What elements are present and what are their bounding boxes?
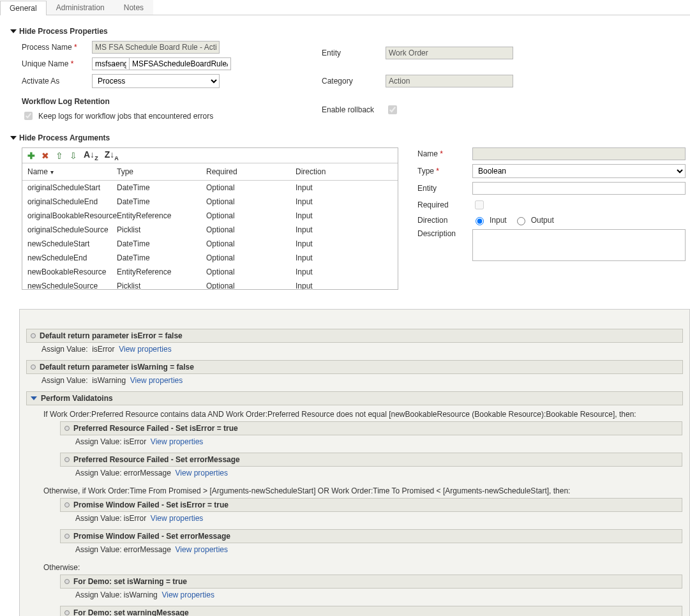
- wf-log-header: Workflow Log Retention: [22, 97, 220, 106]
- activate-as-label: Activate As: [22, 77, 92, 86]
- arg-direction-label: Direction: [417, 216, 472, 225]
- view-properties-link[interactable]: View properties: [151, 514, 204, 523]
- chevron-down-icon: [31, 396, 37, 400]
- table-row[interactable]: originalScheduleSourcePicklistOptionalIn…: [22, 223, 398, 237]
- category-label: Category: [322, 77, 386, 86]
- arg-type-label: Type: [417, 167, 472, 176]
- cell-required: Optional: [206, 211, 296, 220]
- category-input[interactable]: [386, 75, 513, 87]
- table-row[interactable]: newScheduleStartDateTimeOptionalInput: [22, 237, 398, 251]
- delete-icon[interactable]: ✖: [41, 151, 49, 160]
- col-name[interactable]: Name▾: [27, 167, 117, 176]
- col-direction[interactable]: Direction: [296, 167, 393, 176]
- keep-logs-label: Keep logs for workflow jobs that encount…: [38, 112, 213, 121]
- step-header[interactable]: Preferred Resource Failed - Set errorMes…: [60, 453, 682, 467]
- col-type[interactable]: Type: [117, 167, 206, 176]
- section-title: Hide Process Arguments: [19, 133, 110, 142]
- tab-bar: General Administration Notes: [0, 0, 690, 15]
- direction-input-radio[interactable]: [476, 217, 484, 225]
- arg-required-label: Required: [417, 200, 472, 209]
- step-header[interactable]: Default return parameter isError = false: [26, 329, 683, 343]
- table-row[interactable]: newBookableResourceEntityReferenceOption…: [22, 265, 398, 279]
- table-row[interactable]: originalBookableResourceEntityReferenceO…: [22, 209, 398, 223]
- props-right-col: Entity Category Enable rollback: [322, 41, 513, 122]
- move-up-icon[interactable]: ⇧: [56, 151, 63, 160]
- sort-desc-icon[interactable]: Z↓A: [105, 150, 119, 162]
- cell-name: newScheduleEnd: [27, 253, 117, 262]
- tab-notes[interactable]: Notes: [114, 0, 153, 15]
- tab-general[interactable]: General: [0, 1, 47, 15]
- unique-name-prefix-input[interactable]: [92, 57, 129, 70]
- sort-asc-icon[interactable]: A↓Z: [84, 150, 98, 162]
- cell-direction: Input: [296, 282, 393, 289]
- direction-output-label: Output: [531, 216, 554, 225]
- arg-type-select[interactable]: Boolean: [472, 164, 686, 178]
- table-row[interactable]: newScheduleEndDateTimeOptionalInput: [22, 251, 398, 265]
- arguments-toolbar: ✚ ✖ ⇧ ⇩ A↓Z Z↓A: [22, 148, 398, 163]
- arguments-table: ✚ ✖ ⇧ ⇩ A↓Z Z↓A Name▾ Type Required Dire…: [22, 147, 398, 290]
- tab-administration[interactable]: Administration: [47, 0, 114, 15]
- bullet-icon: [31, 333, 36, 338]
- direction-output-radio[interactable]: [517, 217, 525, 225]
- cell-direction: Input: [296, 253, 393, 262]
- step-header[interactable]: Promise Window Failed - Set isError = tr…: [60, 498, 682, 512]
- toggle-process-properties[interactable]: Hide Process Properties: [11, 27, 690, 36]
- step-title: For Demo: set isWarning = true: [73, 577, 187, 586]
- rollback-checkbox[interactable]: [388, 105, 397, 114]
- step-detail: Assign Value: isError View properties: [26, 343, 683, 359]
- elseif-condition: Otherwise, if Work Order:Time From Promi…: [43, 484, 682, 498]
- toggle-process-arguments[interactable]: Hide Process Arguments: [11, 133, 690, 142]
- argument-detail-form: Name Type Boolean Entity Required Direct…: [417, 147, 686, 261]
- cell-name: originalScheduleEnd: [27, 197, 117, 206]
- view-properties-link[interactable]: View properties: [151, 437, 204, 446]
- arg-name-input[interactable]: [472, 147, 686, 160]
- table-row[interactable]: originalScheduleEndDateTimeOptionalInput: [22, 195, 398, 209]
- view-properties-link[interactable]: View properties: [176, 545, 229, 554]
- chevron-down-icon: [10, 29, 17, 33]
- rollback-label: Enable rollback: [322, 105, 386, 114]
- process-properties-form: Process Name Unique Name Activate As Pro…: [22, 41, 690, 122]
- view-properties-link[interactable]: View properties: [130, 376, 183, 385]
- step-header[interactable]: For Demo: set warningMessage: [60, 606, 682, 616]
- step-header[interactable]: Default return parameter isWarning = fal…: [26, 360, 683, 374]
- step-detail: Assign Value: isError View properties: [60, 435, 682, 451]
- move-down-icon[interactable]: ⇩: [70, 151, 77, 160]
- bullet-icon: [64, 457, 70, 462]
- step-header[interactable]: Perform Validatoins: [26, 391, 683, 405]
- cell-direction: Input: [296, 183, 393, 192]
- step-title: Promise Window Failed - Set isError = tr…: [73, 500, 229, 509]
- col-required[interactable]: Required: [206, 167, 296, 176]
- cell-name: newScheduleSource: [27, 282, 117, 289]
- arguments-body[interactable]: originalScheduleStartDateTimeOptionalInp…: [22, 181, 398, 289]
- view-properties-link[interactable]: View properties: [176, 469, 229, 477]
- add-icon[interactable]: ✚: [27, 151, 35, 160]
- arg-required-checkbox[interactable]: [475, 200, 484, 209]
- step-header[interactable]: For Demo: set isWarning = true: [60, 575, 682, 589]
- cell-type: EntityReference: [117, 267, 206, 276]
- cell-direction: Input: [296, 211, 393, 220]
- step-title: Perform Validatoins: [41, 394, 113, 403]
- arg-description-input[interactable]: [472, 229, 686, 261]
- unique-name-input[interactable]: [129, 57, 231, 70]
- arguments-area: ✚ ✖ ⇧ ⇩ A↓Z Z↓A Name▾ Type Required Dire…: [22, 147, 690, 290]
- activate-as-select[interactable]: Process: [92, 74, 220, 88]
- cell-required: Optional: [206, 282, 296, 289]
- bullet-icon: [64, 579, 70, 584]
- if-condition: If Work Order:Preferred Resource contain…: [43, 407, 682, 421]
- entity-input[interactable]: [386, 47, 513, 59]
- bullet-icon: [31, 364, 36, 370]
- step-header[interactable]: Promise Window Failed - Set errorMessage: [60, 529, 682, 543]
- table-row[interactable]: originalScheduleStartDateTimeOptionalInp…: [22, 181, 398, 195]
- view-properties-link[interactable]: View properties: [161, 590, 214, 599]
- arguments-header-row: Name▾ Type Required Direction: [22, 163, 398, 181]
- arg-entity-input[interactable]: [472, 182, 686, 195]
- step-title: Preferred Resource Failed - Set errorMes…: [73, 455, 240, 464]
- keep-logs-checkbox[interactable]: [24, 112, 33, 120]
- arg-name-label: Name: [417, 149, 472, 158]
- step-detail: Assign Value: isWarning View properties: [60, 589, 682, 605]
- cell-type: DateTime: [117, 197, 206, 206]
- process-name-input[interactable]: [92, 41, 220, 54]
- table-row[interactable]: newScheduleSourcePicklistOptionalInput: [22, 279, 398, 289]
- step-header[interactable]: Preferred Resource Failed - Set isError …: [60, 421, 682, 435]
- view-properties-link[interactable]: View properties: [119, 345, 172, 354]
